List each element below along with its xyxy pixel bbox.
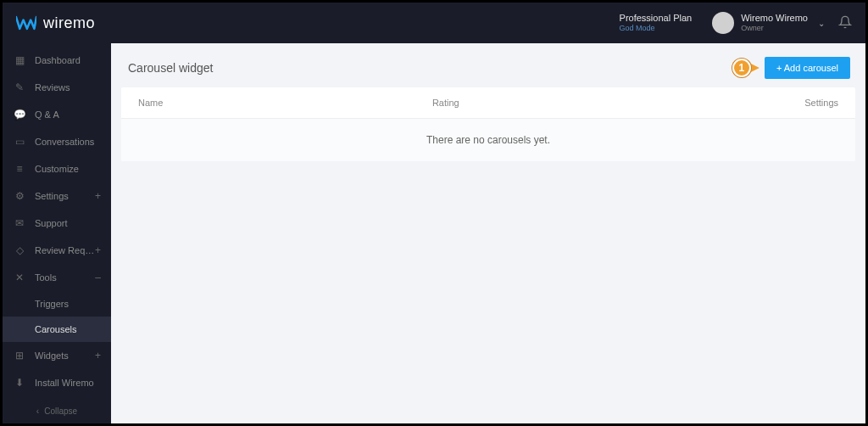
expand-icon: +	[95, 350, 101, 362]
plan-info[interactable]: Professional Plan God Mode	[620, 12, 693, 34]
sidebar-item-label: Conversations	[35, 137, 101, 147]
sidebar-item-settings[interactable]: ⚙ Settings +	[3, 182, 111, 210]
logo-text: wiremo	[43, 14, 95, 32]
sidebar-item-qa[interactable]: 💬 Q & A	[3, 101, 111, 128]
sidebar-item-label: Settings	[35, 191, 95, 201]
user-role: Owner	[741, 24, 808, 33]
collapse-label: Collapse	[44, 406, 77, 416]
empty-state: There are no carousels yet.	[121, 119, 855, 161]
user-name: Wiremo Wiremo	[741, 13, 808, 24]
collapse-icon: –	[95, 272, 101, 283]
callout-number: 1	[732, 59, 751, 77]
logo-icon	[16, 15, 36, 31]
sidebar-item-dashboard[interactable]: ▦ Dashboard	[3, 47, 111, 74]
expand-icon: +	[95, 190, 101, 202]
customize-icon: ≡	[13, 163, 26, 175]
sidebar-item-install[interactable]: ⬇ Install Wiremo	[3, 369, 111, 396]
sidebar-item-label: Widgets	[35, 350, 95, 361]
chevron-down-icon: ⌄	[818, 19, 825, 28]
sidebar-item-label: Carousels	[35, 324, 101, 334]
conversations-icon: ▭	[13, 136, 26, 148]
sidebar-item-widgets[interactable]: ⊞ Widgets +	[3, 342, 111, 369]
add-carousel-button[interactable]: + Add carousel	[765, 57, 850, 79]
sidebar-item-tools[interactable]: ✕ Tools –	[3, 264, 111, 291]
download-icon: ⬇	[13, 377, 26, 389]
plan-mode: God Mode	[620, 24, 655, 34]
sidebar-item-label: Reviews	[35, 82, 101, 92]
sidebar-item-customize[interactable]: ≡ Customize	[3, 155, 111, 182]
column-settings: Settings	[726, 98, 838, 108]
qa-icon: 💬	[13, 109, 26, 121]
widgets-icon: ⊞	[13, 350, 26, 362]
page-header: Carousel widget 1 + Add carousel	[121, 52, 855, 87]
page-title: Carousel widget	[128, 61, 213, 75]
column-name: Name	[138, 98, 432, 108]
bell-icon[interactable]	[838, 15, 852, 31]
gear-icon: ⚙	[13, 190, 26, 202]
column-rating: Rating	[432, 98, 726, 108]
sidebar-item-label: Review Request	[35, 245, 95, 255]
support-icon: ✉	[13, 217, 26, 229]
avatar	[712, 12, 734, 34]
sidebar-item-label: Q & A	[35, 109, 101, 120]
main-content: Carousel widget 1 + Add carousel Name Ra…	[111, 43, 865, 423]
collapse-button[interactable]: ‹ Collapse	[3, 406, 111, 416]
table-header: Name Rating Settings	[121, 87, 855, 119]
carousel-table: Name Rating Settings There are no carous…	[121, 87, 855, 161]
chevron-left-icon: ‹	[36, 406, 39, 416]
review-request-icon: ◇	[13, 244, 26, 256]
plan-name: Professional Plan	[620, 12, 693, 24]
sidebar-subitem-triggers[interactable]: Triggers	[3, 291, 111, 317]
sidebar-item-label: Support	[35, 218, 101, 228]
sidebar-item-label: Dashboard	[35, 55, 101, 65]
sidebar-item-conversations[interactable]: ▭ Conversations	[3, 128, 111, 155]
reviews-icon: ✎	[13, 81, 26, 93]
sidebar-item-label: Customize	[35, 164, 101, 174]
sidebar-item-support[interactable]: ✉ Support	[3, 210, 111, 237]
topbar: wiremo Professional Plan God Mode Wiremo…	[3, 3, 865, 43]
sidebar-item-label: Install Wiremo	[35, 378, 101, 388]
sidebar: ▦ Dashboard ✎ Reviews 💬 Q & A ▭ Conversa…	[3, 43, 111, 423]
logo[interactable]: wiremo	[16, 14, 95, 32]
sidebar-subitem-carousels[interactable]: Carousels	[3, 317, 111, 342]
expand-icon: +	[95, 244, 101, 256]
sidebar-item-reviews[interactable]: ✎ Reviews	[3, 74, 111, 101]
user-menu[interactable]: Wiremo Wiremo Owner ⌄	[712, 12, 825, 34]
dashboard-icon: ▦	[13, 54, 26, 66]
sidebar-item-label: Tools	[35, 272, 95, 283]
callout-badge: 1	[732, 59, 760, 77]
sidebar-item-review-request[interactable]: ◇ Review Request +	[3, 237, 111, 264]
sidebar-item-label: Triggers	[35, 299, 101, 309]
tools-icon: ✕	[13, 272, 26, 283]
